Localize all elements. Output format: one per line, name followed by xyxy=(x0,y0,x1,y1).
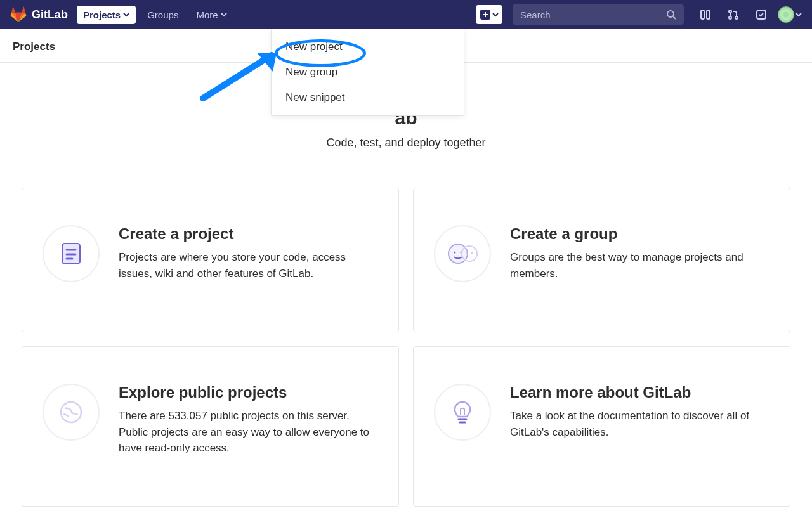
project-icon xyxy=(57,240,85,268)
nav-more-label: More xyxy=(196,10,218,20)
issues-icon-link[interactable] xyxy=(694,4,717,25)
svg-point-16 xyxy=(466,252,468,254)
svg-point-5 xyxy=(729,16,731,19)
plus-icon xyxy=(480,9,491,20)
card-create-group[interactable]: Create a group Groups are the best way t… xyxy=(413,188,790,332)
chevron-down-icon xyxy=(123,11,129,18)
group-icon xyxy=(445,240,480,268)
new-dropdown-button[interactable] xyxy=(476,5,502,24)
search-box[interactable] xyxy=(513,4,684,25)
card-grid: Create a project Projects are where you … xyxy=(0,150,812,507)
card-icon-wrap xyxy=(43,384,100,441)
nav-projects-label: Projects xyxy=(83,10,121,20)
user-menu[interactable] xyxy=(778,6,802,23)
todos-icon-link[interactable] xyxy=(750,4,773,25)
issues-icon xyxy=(699,8,712,21)
card-title: Explore public projects xyxy=(119,384,378,401)
search-input[interactable] xyxy=(520,10,666,20)
dropdown-new-project[interactable]: New project xyxy=(272,34,464,60)
card-icon-wrap xyxy=(434,225,491,282)
lightbulb-icon xyxy=(449,398,476,426)
card-desc: Projects are where you store your code, … xyxy=(119,249,378,282)
card-icon-wrap xyxy=(434,384,491,441)
svg-point-17 xyxy=(471,252,473,254)
gitlab-logo-icon xyxy=(10,6,27,23)
svg-point-13 xyxy=(454,252,456,254)
card-create-project[interactable]: Create a project Projects are where you … xyxy=(22,188,399,332)
dropdown-new-snippet[interactable]: New snippet xyxy=(272,85,464,110)
avatar xyxy=(778,6,794,23)
card-icon-wrap xyxy=(43,225,100,282)
card-explore-projects[interactable]: Explore public projects There are 533,05… xyxy=(22,346,399,507)
card-title: Learn more about GitLab xyxy=(510,384,769,401)
card-desc: There are 533,057 public projects on thi… xyxy=(119,408,378,457)
card-title: Create a project xyxy=(119,225,378,243)
svg-rect-3 xyxy=(707,10,710,19)
todos-icon xyxy=(755,8,768,21)
new-dropdown-menu: New project New group New snippet xyxy=(271,29,464,116)
chevron-down-icon xyxy=(796,11,802,18)
svg-point-1 xyxy=(667,11,674,17)
dropdown-new-group[interactable]: New group xyxy=(272,60,464,85)
merge-request-icon xyxy=(727,8,740,21)
nav-groups[interactable]: Groups xyxy=(141,6,185,24)
nav-projects[interactable]: Projects xyxy=(77,6,136,24)
card-desc: Take a look at the documentation to disc… xyxy=(510,408,769,440)
chevron-down-icon xyxy=(492,11,499,18)
card-learn-more[interactable]: Learn more about GitLab Take a look at t… xyxy=(413,346,790,507)
search-icon xyxy=(666,10,676,20)
svg-point-4 xyxy=(729,10,731,13)
card-title: Create a group xyxy=(510,225,769,243)
globe-icon xyxy=(57,398,85,426)
brand-block[interactable]: GitLab xyxy=(10,6,68,23)
nav-more[interactable]: More xyxy=(190,6,233,24)
svg-point-6 xyxy=(735,16,738,19)
top-navbar: GitLab Projects Groups More xyxy=(0,0,812,29)
chevron-down-icon xyxy=(221,11,227,18)
nav-items: Projects Groups More xyxy=(77,6,233,24)
brand-name: GitLab xyxy=(32,8,68,22)
nav-groups-label: Groups xyxy=(147,10,178,20)
merge-requests-icon-link[interactable] xyxy=(722,4,745,25)
card-desc: Groups are the best way to manage projec… xyxy=(510,249,769,282)
svg-rect-2 xyxy=(701,10,704,19)
welcome-subtitle: Code, test, and deploy together xyxy=(0,136,812,150)
